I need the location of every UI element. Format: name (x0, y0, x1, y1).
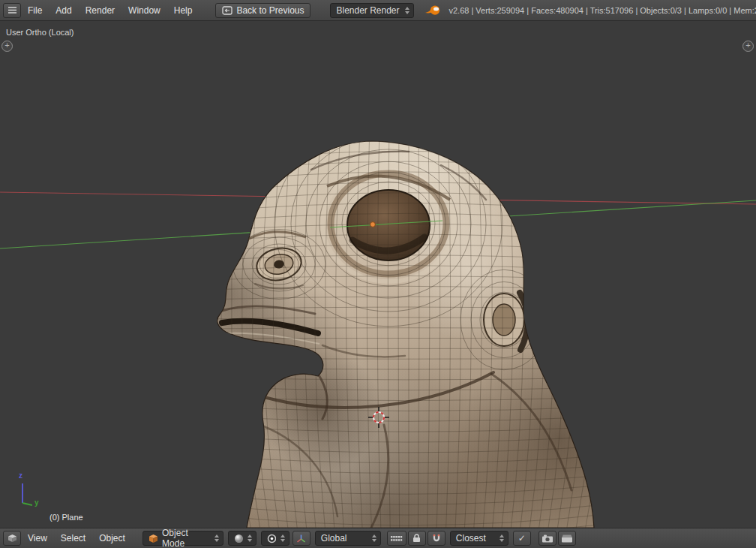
manipulator-axis-icon (296, 534, 306, 543)
updown-arrows-icon (405, 7, 410, 14)
snap-toggle[interactable] (428, 531, 446, 546)
blender-window: File Add Render Window Help Back to Prev… (0, 0, 756, 548)
menu-render[interactable]: Render (79, 5, 122, 16)
view-mode-label: User Ortho (Local) (6, 28, 74, 37)
opengl-render-button[interactable] (538, 531, 556, 546)
updown-arrows-icon (214, 534, 219, 542)
viewport-3d[interactable]: User Ortho (Local) (0) Plane z y + + (0, 21, 756, 528)
check-icon: ✓ (518, 533, 526, 543)
snap-align-rotation-toggle[interactable]: ✓ (513, 531, 531, 546)
menu-window[interactable]: Window (122, 5, 167, 16)
menu-help[interactable]: Help (167, 5, 200, 16)
view3d-header: View Select Object Object Mode (0, 528, 756, 548)
back-to-previous-button[interactable]: Back to Previous (215, 3, 310, 18)
shading-sphere-icon (234, 534, 243, 543)
back-screen-icon (222, 6, 232, 15)
updown-arrows-icon (372, 534, 376, 542)
render-engine-dropdown[interactable]: Blender Render (330, 3, 414, 18)
pivot-point-icon (267, 534, 276, 543)
editor-type-selector-3dview[interactable] (3, 531, 21, 546)
area-expand-left-icon[interactable]: + (2, 41, 13, 52)
info-editor-icon (8, 6, 17, 14)
snap-target-dropdown[interactable]: Closest (450, 531, 508, 546)
manipulator-widget-toggle[interactable] (292, 531, 310, 546)
viewport-shading-dropdown[interactable] (228, 531, 256, 546)
orientation-dropdown[interactable]: Global (315, 531, 381, 546)
scene-statistics: v2.68 | Verts:259094 | Faces:480904 | Tr… (448, 6, 756, 15)
layers-grid-icon (390, 535, 403, 542)
layers-widget[interactable] (387, 531, 406, 546)
updown-arrows-icon (500, 534, 504, 542)
editor-type-selector[interactable] (3, 3, 21, 18)
camera-icon (542, 534, 554, 543)
menu-add[interactable]: Add (49, 5, 78, 16)
view3d-editor-icon (8, 534, 17, 543)
orientation-label: Global (321, 533, 347, 543)
clapperboard-icon (561, 534, 573, 543)
model-mesh[interactable] (158, 77, 656, 528)
render-engine-label: Blender Render (336, 5, 399, 16)
updown-arrows-icon (280, 534, 285, 542)
active-object-label: (0) Plane (50, 513, 83, 522)
menu-select[interactable]: Select (54, 533, 92, 543)
updown-arrows-icon (248, 534, 252, 542)
snap-target-label: Closest (456, 533, 486, 543)
magnet-icon (432, 534, 441, 543)
mode-label: Object Mode (162, 528, 210, 548)
lock-icon (412, 534, 421, 543)
menu-file[interactable]: File (21, 5, 49, 16)
pivot-point-dropdown[interactable] (261, 531, 290, 546)
lock-to-scene-toggle[interactable] (408, 531, 426, 546)
gizmo-z-label: z (19, 471, 22, 480)
back-to-previous-label: Back to Previous (236, 5, 304, 16)
menu-view[interactable]: View (21, 533, 54, 543)
gizmo-y-label: y (34, 498, 39, 507)
blender-logo (424, 4, 441, 17)
mode-dropdown[interactable]: Object Mode (142, 531, 224, 546)
info-header: File Add Render Window Help Back to Prev… (0, 0, 756, 21)
menu-object[interactable]: Object (92, 533, 132, 543)
object-mode-cube-icon (148, 534, 158, 543)
opengl-render-animation-button[interactable] (558, 531, 576, 546)
area-expand-right-icon[interactable]: + (742, 41, 754, 52)
scene (0, 21, 756, 528)
